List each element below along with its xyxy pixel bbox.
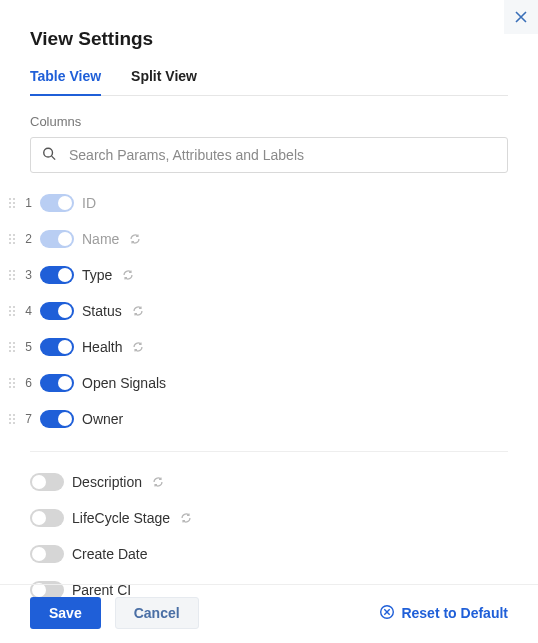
drag-handle-icon[interactable] <box>8 234 16 244</box>
column-label: Health <box>82 339 122 355</box>
reset-to-default-button[interactable]: Reset to Default <box>379 604 508 623</box>
attribute-refresh-icon <box>130 339 146 355</box>
section-divider <box>30 451 508 452</box>
column-label: Owner <box>82 411 123 427</box>
reset-icon <box>379 604 395 623</box>
drag-handle-icon[interactable] <box>8 342 16 352</box>
column-row: LifeCycle Stage <box>30 500 508 536</box>
attribute-refresh-icon <box>178 510 194 526</box>
column-toggle[interactable] <box>30 545 64 563</box>
save-button[interactable]: Save <box>30 597 101 629</box>
column-label: LifeCycle Stage <box>72 510 170 526</box>
row-index: 3 <box>24 268 32 282</box>
column-toggle[interactable] <box>40 338 74 356</box>
row-index: 6 <box>24 376 32 390</box>
row-index: 2 <box>24 232 32 246</box>
column-label: ID <box>82 195 96 211</box>
column-toggle[interactable] <box>40 266 74 284</box>
column-label: Create Date <box>72 546 147 562</box>
cancel-button[interactable]: Cancel <box>115 597 199 629</box>
column-toggle[interactable] <box>40 302 74 320</box>
tab-table-view[interactable]: Table View <box>30 68 101 96</box>
close-icon <box>515 11 527 23</box>
search-icon <box>42 147 56 164</box>
column-row: 6Open Signals <box>8 365 508 401</box>
footer: Save Cancel Reset to Default <box>0 584 538 643</box>
column-row: 2Name <box>8 221 508 257</box>
row-index: 7 <box>24 412 32 426</box>
drag-handle-icon[interactable] <box>8 378 16 388</box>
column-toggle <box>40 230 74 248</box>
drag-handle-icon[interactable] <box>8 306 16 316</box>
column-row: Description <box>30 464 508 500</box>
drag-handle-icon[interactable] <box>8 270 16 280</box>
column-row: 3Type <box>8 257 508 293</box>
column-row: 1ID <box>8 185 508 221</box>
enabled-columns-list: 1ID2Name3Type4Status5Health6Open Signals… <box>30 185 508 437</box>
close-button[interactable] <box>504 0 538 34</box>
column-row: 7Owner <box>8 401 508 437</box>
attribute-refresh-icon <box>120 267 136 283</box>
column-label: Name <box>82 231 119 247</box>
row-index: 1 <box>24 196 32 210</box>
attribute-refresh-icon <box>127 231 143 247</box>
column-label: Status <box>82 303 122 319</box>
tab-split-view[interactable]: Split View <box>131 68 197 96</box>
column-toggle[interactable] <box>30 509 64 527</box>
drag-handle-icon[interactable] <box>8 198 16 208</box>
column-toggle[interactable] <box>40 374 74 392</box>
column-label: Type <box>82 267 112 283</box>
columns-label: Columns <box>30 114 508 129</box>
column-toggle <box>40 194 74 212</box>
search-input[interactable] <box>30 137 508 173</box>
attribute-refresh-icon <box>150 474 166 490</box>
reset-label: Reset to Default <box>401 605 508 621</box>
column-toggle[interactable] <box>30 473 64 491</box>
svg-point-0 <box>44 148 53 157</box>
column-toggle[interactable] <box>40 410 74 428</box>
column-label: Description <box>72 474 142 490</box>
row-index: 4 <box>24 304 32 318</box>
column-row: Create Date <box>30 536 508 572</box>
page-title: View Settings <box>30 28 508 50</box>
drag-handle-icon[interactable] <box>8 414 16 424</box>
column-row: 4Status <box>8 293 508 329</box>
tabs: Table View Split View <box>30 68 508 96</box>
column-label: Open Signals <box>82 375 166 391</box>
row-index: 5 <box>24 340 32 354</box>
column-row: 5Health <box>8 329 508 365</box>
attribute-refresh-icon <box>130 303 146 319</box>
